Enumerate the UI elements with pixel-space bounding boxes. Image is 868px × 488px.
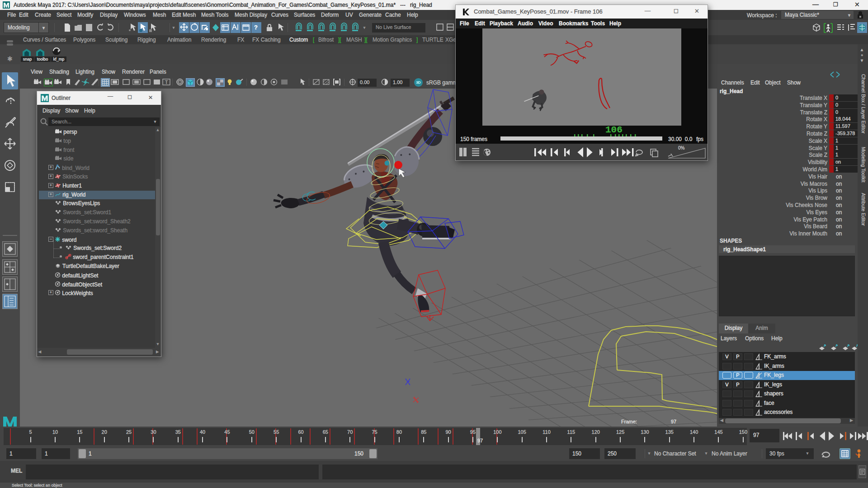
svg-text:T: T [165,80,168,85]
